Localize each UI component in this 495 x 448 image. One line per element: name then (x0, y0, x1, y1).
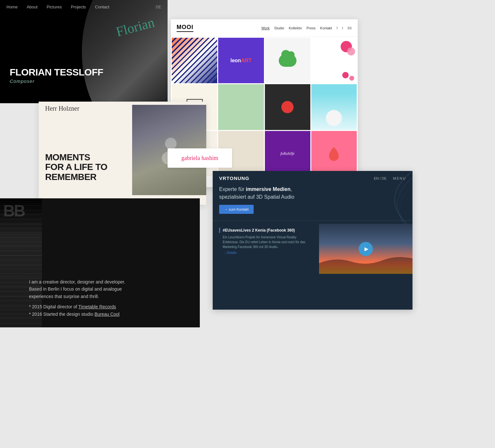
mooi-nav-work[interactable]: Work (261, 26, 269, 30)
vr-video-thumbnail (319, 224, 412, 274)
timetable-link[interactable]: Timetable Records (78, 304, 116, 309)
vr-tagline-prefix: Experte für (219, 186, 246, 192)
vr-tagline-bold: immersive Medien (246, 186, 291, 192)
wedding-headline: MOMENTS FOR A LIFE TO REMEMBER (45, 153, 107, 182)
mooi-fb[interactable]: f (336, 26, 337, 30)
headline-line2: FOR A LIFE TO (45, 162, 107, 172)
drip-letters: BB (3, 202, 24, 220)
mooi-tw[interactable]: t (342, 26, 343, 30)
card-florian: Home About Pictures Projects Contact DE … (0, 0, 168, 103)
name-block: FLORIAN TESSLOFF Composer (10, 67, 103, 84)
vr-accent-bar (219, 228, 220, 233)
composer-name: FLORIAN TESSLOFF (10, 67, 103, 77)
florian-nav: Home About Pictures Projects Contact DE (0, 0, 168, 14)
composer-subtitle: Composer (10, 78, 103, 84)
vr-tagline: Experte für immersive Medien, spezialisi… (219, 185, 406, 201)
vr-section-title: #EUsavesLives 2 Kenia (Facebook 360) (223, 228, 295, 233)
mooi-nav-kollektiv[interactable]: Kollektiv (289, 26, 302, 30)
nav-projects[interactable]: Projects (71, 5, 86, 9)
card-gabriela: gabriela hashim (168, 148, 232, 168)
vr-logo: VRTONUNG (219, 175, 249, 181)
grid-item-cloud[interactable] (265, 38, 310, 83)
grid-item-drop[interactable] (311, 131, 357, 176)
vr-tagline-suffix: , (290, 186, 292, 192)
grid-item-redcirc[interactable] (265, 84, 310, 130)
vr-header: VRTONUNG EN / DE MENU (213, 171, 412, 185)
bio-line2: Based in Berlin I focus on digital and a… (29, 285, 193, 293)
grid-item-folkshilfe[interactable]: folkshilfe (265, 131, 310, 176)
mooi-be[interactable]: Bē (348, 26, 352, 30)
vr-contact-button[interactable]: → zum Kontakt (219, 205, 254, 214)
mooi-nav: Work Studio Kollektiv Press Kontakt f t … (261, 26, 352, 30)
vr-tagline-line2: spezialisiert auf 3D Spatial Audio (219, 194, 294, 200)
play-button[interactable] (359, 242, 373, 256)
folkshilfe-text: folkshilfe (280, 151, 295, 156)
vr-section-headline: #EUsavesLives 2 Kenia (Facebook 360) (219, 228, 313, 233)
bureau-link[interactable]: Bureau Cool (94, 312, 120, 317)
vr-section-desc: Ein Leuchtturm Projekt für Immersive Vir… (223, 235, 313, 249)
nav-home[interactable]: Home (6, 5, 18, 9)
gabriela-logo: gabriela hashim (181, 155, 218, 162)
grid-item-green[interactable] (218, 84, 264, 130)
headline-line1: MOMENTS (45, 153, 107, 163)
lang-toggle[interactable]: DE (156, 5, 161, 9)
wedding-logo: Herr Holzner (45, 105, 79, 112)
nav-about[interactable]: About (27, 5, 38, 9)
headline-line3: REMEMBER (45, 172, 107, 182)
vr-hero: Experte für immersive Medien, spezialisi… (213, 185, 412, 217)
mooi-nav-press[interactable]: Press (306, 26, 315, 30)
vr-divider (213, 220, 412, 221)
bio-bullet1-prefix: * 2015 Digital director of (29, 304, 78, 309)
bio-line1: I am a creative director, designer and d… (29, 278, 193, 285)
bio-bullet2-prefix: * 2016 Started the design studio (29, 312, 94, 317)
vr-lang[interactable]: EN / DE (374, 176, 387, 180)
vr-details-link[interactable]: → Details (223, 251, 313, 254)
bio-line3: experiences that surprise and thrill. (29, 293, 193, 300)
mooi-nav-kontakt[interactable]: Kontakt (320, 26, 332, 30)
mooi-nav-studio[interactable]: Studio (274, 26, 284, 30)
bio-text: I am a creative director, designer and d… (29, 278, 193, 318)
person-silhouette (77, 0, 168, 103)
vr-menu-btn[interactable]: MENU (393, 176, 406, 180)
leonart-text: leonART (230, 58, 252, 64)
vr-bottom: #EUsavesLives 2 Kenia (Facebook 360) Ein… (213, 224, 412, 274)
card-bio: BB I am a creative director, designer an… (0, 198, 200, 327)
nav-pictures[interactable]: Pictures (47, 5, 62, 9)
mooi-header: MOOI Work Studio Kollektiv Press Kontakt… (171, 19, 358, 37)
nav-contact[interactable]: Contact (95, 5, 110, 9)
card-vrtonung: VRTONUNG EN / DE MENU Experte für immers… (213, 171, 412, 310)
mooi-logo: MOOI (177, 24, 193, 32)
cloud-icon (279, 55, 296, 67)
vr-text-section: #EUsavesLives 2 Kenia (Facebook 360) Ein… (213, 224, 319, 274)
grid-item-leonart[interactable]: leonART (218, 38, 264, 83)
svg-point-4 (165, 138, 177, 149)
grid-item-portrait[interactable] (311, 84, 357, 130)
grid-item-stripes[interactable] (172, 38, 217, 83)
grid-item-bubbles[interactable] (311, 38, 357, 83)
